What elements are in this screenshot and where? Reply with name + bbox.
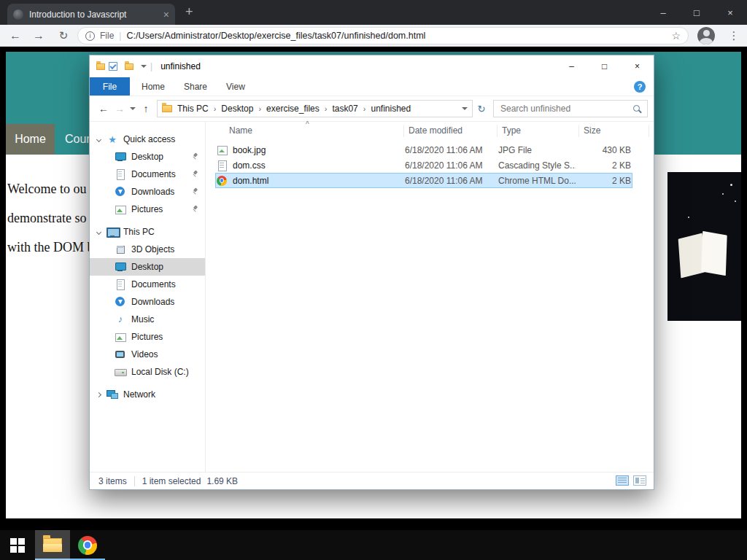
bookmark-star-icon[interactable]: ☆ — [671, 30, 681, 42]
sidebar-item-downloads-pinned[interactable]: Downloads — [90, 183, 205, 201]
sidebar-item-local-disk-c[interactable]: Local Disk (C:) — [90, 363, 205, 381]
chrome-icon — [78, 536, 97, 555]
sidebar-item-pictures[interactable]: Pictures — [90, 328, 205, 346]
ribbon-home-tab[interactable]: Home — [142, 77, 165, 96]
desktop-icon — [115, 151, 126, 163]
help-icon[interactable]: ? — [634, 81, 646, 93]
breadcrumb-unfinished[interactable]: unfinished — [371, 104, 411, 114]
ribbon-view-tab[interactable]: View — [226, 77, 245, 96]
browser-tab[interactable]: Introduction to Javascript × — [7, 4, 175, 25]
sidebar-item-this-pc[interactable]: This PC — [90, 223, 205, 241]
explorer-back-icon[interactable]: ← — [96, 103, 112, 114]
back-icon[interactable]: ← — [6, 25, 25, 46]
view-toggles — [611, 475, 646, 486]
sidebar-item-3d-objects[interactable]: 3D Objects — [90, 241, 205, 258]
pin-icon — [192, 188, 199, 195]
search-input[interactable] — [499, 103, 632, 114]
up-one-level-icon[interactable]: ↑ — [138, 103, 154, 114]
explorer-forward-icon[interactable]: → — [112, 103, 128, 114]
url-text[interactable]: C:/Users/Administrator/Desktop/exercise_… — [126, 31, 665, 41]
breadcrumb[interactable]: This PC › Desktop › exercise_files › tas… — [157, 100, 473, 117]
url-scheme-chip: File — [100, 31, 114, 41]
start-button[interactable] — [0, 530, 35, 560]
details-view-icon[interactable] — [616, 475, 629, 486]
local-disk-icon — [115, 366, 126, 378]
address-bar[interactable]: i File | C:/Users/Administrator/Desktop/… — [77, 27, 689, 44]
taskbar-file-explorer-button[interactable] — [35, 530, 70, 560]
file-explorer-window: | unfinished – □ × File Home Share View … — [89, 55, 654, 490]
quick-access-star-icon: ★ — [107, 134, 118, 145]
breadcrumb-exercise-files[interactable]: exercise_files — [266, 104, 320, 114]
sidebar-item-pictures-pinned[interactable]: Pictures — [90, 201, 205, 218]
sort-ascending-icon[interactable]: ^ — [306, 120, 309, 128]
browser-menu-icon[interactable]: ⋮ — [727, 25, 741, 46]
book-image — [667, 172, 741, 321]
collapse-chevron-icon[interactable] — [96, 392, 101, 397]
jpg-file-icon — [217, 144, 228, 155]
search-box[interactable] — [493, 100, 648, 117]
new-tab-button[interactable]: + — [185, 4, 193, 20]
sidebar-item-music[interactable]: ♪ Music — [90, 311, 205, 328]
column-header-type[interactable]: Type — [498, 125, 579, 137]
pin-icon — [192, 153, 199, 160]
explorer-minimize-button[interactable]: – — [555, 55, 588, 77]
new-folder-icon[interactable] — [125, 63, 133, 70]
sidebar-item-desktop[interactable]: Desktop — [90, 258, 205, 276]
browser-window-controls: – □ × — [646, 0, 747, 25]
tab-close-icon[interactable]: × — [163, 9, 169, 20]
ribbon-file-tab[interactable]: File — [90, 77, 130, 96]
browser-viewport: Home Cours Welcome to ou demonstrate so … — [0, 47, 747, 530]
explorer-maximize-button[interactable]: □ — [588, 55, 621, 77]
sidebar-item-quick-access[interactable]: ★ Quick access — [90, 131, 205, 148]
page-info-icon[interactable]: i — [85, 31, 95, 41]
sidebar-item-desktop-pinned[interactable]: Desktop — [90, 148, 205, 166]
sidebar-item-videos[interactable]: Videos — [90, 346, 205, 363]
breadcrumb-desktop[interactable]: Desktop — [221, 104, 253, 114]
page-paragraph: Welcome to ou demonstrate so with the DO… — [7, 174, 100, 262]
recent-locations-icon[interactable] — [128, 107, 138, 110]
windows-logo-icon — [10, 538, 25, 553]
browser-minimize-button[interactable]: – — [646, 0, 680, 25]
search-icon — [632, 104, 642, 114]
browser-close-button[interactable]: × — [713, 0, 747, 25]
music-icon: ♪ — [115, 314, 126, 325]
column-header-date-modified[interactable]: Date modified — [404, 125, 498, 137]
forward-icon[interactable]: → — [29, 25, 48, 46]
column-header-size[interactable]: Size — [579, 125, 649, 137]
browser-toolbar: ← → ↻ i File | C:/Users/Administrator/De… — [0, 25, 747, 47]
properties-icon[interactable] — [109, 62, 117, 71]
sidebar-item-documents[interactable]: Documents — [90, 276, 205, 293]
file-row-book-jpg[interactable]: book.jpg 6/18/2020 11:06 AM JPG File 430… — [215, 142, 632, 158]
explorer-app-icon — [96, 63, 105, 70]
browser-tab-strip: Introduction to Javascript × + – □ × — [0, 0, 747, 25]
reload-icon[interactable]: ↻ — [54, 25, 73, 46]
file-row-dom-css[interactable]: dom.css 6/18/2020 11:06 AM Cascading Sty… — [215, 158, 632, 173]
explorer-main: ★ Quick access Desktop Documents Downloa… — [90, 122, 654, 472]
explorer-title-bar[interactable]: | unfinished – □ × — [90, 55, 654, 77]
expand-chevron-icon[interactable] — [96, 136, 101, 141]
breadcrumb-dropdown-icon[interactable] — [462, 107, 468, 110]
file-explorer-icon — [43, 538, 62, 552]
taskbar-chrome-button[interactable] — [70, 530, 105, 560]
profile-avatar[interactable] — [697, 27, 715, 44]
large-icons-view-icon[interactable] — [633, 475, 646, 486]
breadcrumb-this-pc[interactable]: This PC — [177, 104, 209, 114]
breadcrumb-task07[interactable]: task07 — [332, 104, 357, 114]
this-pc-icon — [107, 226, 118, 238]
sidebar-item-network[interactable]: Network — [90, 386, 205, 403]
file-row-dom-html[interactable]: dom.html 6/18/2020 11:06 AM Chrome HTML … — [215, 173, 632, 188]
explorer-close-button[interactable]: × — [621, 55, 654, 77]
breadcrumb-separator: › — [258, 104, 261, 113]
nav-home-link[interactable]: Home — [6, 124, 55, 155]
selection-size: 1.69 KB — [206, 476, 238, 486]
expand-chevron-icon[interactable] — [96, 229, 101, 234]
chrome-html-file-icon — [217, 176, 227, 186]
refresh-icon[interactable]: ↻ — [473, 104, 490, 114]
column-header-name[interactable]: Name — [206, 125, 404, 137]
sidebar-item-documents-pinned[interactable]: Documents — [90, 166, 205, 183]
sidebar-item-downloads[interactable]: Downloads — [90, 293, 205, 311]
downloads-icon — [115, 186, 126, 198]
browser-maximize-button[interactable]: □ — [680, 0, 713, 25]
ribbon-share-tab[interactable]: Share — [184, 77, 207, 96]
customize-quick-access-icon[interactable] — [141, 65, 147, 68]
